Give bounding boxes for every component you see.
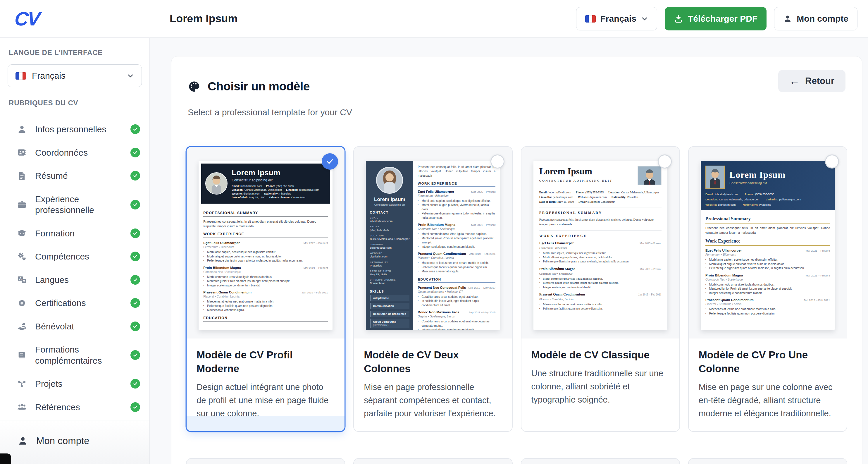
sidebar-item-resume[interactable]: Résumé <box>8 164 142 188</box>
contact-value: (555) 555-5555 <box>276 185 294 188</box>
sidebar-item-references[interactable]: Références <box>8 396 142 419</box>
template-card-classique[interactable]: Lorem Ipsum CONSECTETUR ADIPISCING ELIT … <box>521 146 680 432</box>
document-title: Lorem Ipsum <box>150 12 238 25</box>
completed-check-icon <box>130 228 140 238</box>
entry-date: Mar 2021 – Present <box>640 268 661 271</box>
bullet: Maecenas at lectus nec erat ornare matti… <box>417 261 495 265</box>
contact-value: lobortis@velit.com <box>370 219 409 223</box>
template-card-deux-colonnes[interactable]: Lorem Ipsum Consectetur adipiscing elit … <box>353 146 513 432</box>
entry-meta: Placerat • Curabitur, Lacinia <box>203 295 328 298</box>
bullet: Morbi aliquet augue pulvinar, viverra nu… <box>539 255 661 260</box>
work-entry: Proin Bibendum MagnaMar 2021 – Present C… <box>539 267 661 290</box>
template-card-row2-2[interactable] <box>353 458 513 464</box>
template-name: Modèle de CV Deux Colonnes <box>364 348 502 376</box>
bullet: Morbi aliquet augue pulvinar, viverra nu… <box>705 262 830 267</box>
skill-item: Résolution de problèmes <box>370 311 409 317</box>
completed-check-icon <box>130 379 140 389</box>
template-card-row2-1[interactable]: LOREM IPSUM <box>186 458 345 464</box>
panel-subtitle: Select a professional template for your … <box>188 107 845 117</box>
entry-date: Sep 2011 – May 2015 <box>468 311 495 314</box>
user-icon <box>783 14 792 23</box>
template-radio[interactable] <box>491 154 504 168</box>
sidebar-item-coordonnees[interactable]: Coordonnées <box>8 141 142 164</box>
template-card-row2-3[interactable] <box>521 458 680 464</box>
app-logo[interactable]: CV <box>14 8 40 30</box>
back-button[interactable]: ← Retour <box>778 70 845 92</box>
template-radio[interactable] <box>825 154 839 168</box>
summary-text: Praesent nec consequat felis. In sit ame… <box>417 165 495 178</box>
template-preview-pro-une-colonne: Lorem Ipsum Consectetur adipiscing elit … <box>689 147 847 339</box>
template-radio-checked-icon[interactable] <box>322 153 338 170</box>
contact-label: Location: <box>608 191 620 194</box>
template-card-pro-une-colonne[interactable]: Lorem Ipsum Consectetur adipiscing elit … <box>688 146 847 432</box>
entry-meta: Placerat • Curabitur, Lacinia <box>417 256 495 259</box>
contact-pair: Nationality:Phasellus <box>743 203 771 206</box>
work-entry: Praesent Quam CondimentumJan 2019 – Feb … <box>705 298 830 316</box>
contact-value: Phasellus <box>370 264 409 268</box>
education-entry: Donec Non Maximus ErosSep 2011 – May 201… <box>417 310 495 330</box>
contact-value: Phasellus <box>280 192 291 195</box>
section-title: WORK EXPERIENCE <box>417 182 495 187</box>
entry-meta: Sagittis • Scelerisque, Lacus <box>417 315 495 318</box>
contact-label: Website: <box>231 192 243 195</box>
top-bar: CV Lorem Ipsum Français Télécharger PDF … <box>0 0 868 38</box>
contact-pair: Location:Cursus Malesuada, Ullamcorper <box>608 191 659 194</box>
template-preview: LOREM IPSUM <box>187 459 344 464</box>
sidebar-item-benevolat[interactable]: Bénévolat <box>8 315 142 338</box>
work-entry: Eget Felis UllamcorperMar 2025 – Present… <box>417 190 495 220</box>
template-radio[interactable] <box>658 154 672 168</box>
contact-value: Cursus Malesuada, Ullamcorper <box>370 237 409 241</box>
entry-meta: Fermentum • Bibendum <box>705 253 830 256</box>
template-name: Modèle de CV Profil Moderne <box>196 348 335 376</box>
summary-text: Praesent nec consequat felis. In sit ame… <box>203 219 328 229</box>
template-card-profil-moderne[interactable]: Lorem Ipsum Consectetur adipiscing elit … <box>186 146 345 432</box>
sidebar-language-select[interactable]: Français <box>8 64 142 87</box>
user-icon <box>17 124 27 134</box>
sidebar: LANGUE DE L'INTERFACE Français RUBRIQUES… <box>0 37 150 464</box>
bullet: Morbi commodo urna vitae ligula rhoncus … <box>417 232 495 237</box>
sidebar-item-langues[interactable]: A Langues <box>8 268 142 292</box>
section-title: Professional Summary <box>705 216 830 223</box>
document-icon <box>17 171 27 181</box>
contact-label: Nationality: <box>743 203 758 206</box>
contact-label: Website: <box>578 195 589 199</box>
contact-value: Cursus Malesuada, Ullamcorper <box>621 191 659 194</box>
people-group-icon <box>17 402 27 412</box>
account-button[interactable]: Mon compte <box>774 7 858 30</box>
template-preview-classique: Lorem Ipsum CONSECTETUR ADIPISCING ELIT … <box>522 147 679 339</box>
contact-pair: Phone:(555) 555-5555 <box>266 185 294 188</box>
completed-check-icon <box>130 148 140 157</box>
sidebar-item-formation[interactable]: Formation <box>8 222 142 245</box>
sidebar-item-formations-complementaires[interactable]: Formations complémentaires <box>8 338 142 372</box>
contact-label: Phone: <box>745 192 754 196</box>
cv-name: Lorem Ipsum <box>730 170 785 180</box>
sidebar-item-label: Langues <box>35 274 69 285</box>
contact-label: Driver's License: <box>579 200 600 203</box>
entry-meta: Placerat • Curabitur, Lacinia <box>539 298 661 301</box>
sidebar-item-label: Coordonnées <box>35 147 88 158</box>
bullet: Integer scelerisque condimentum blandit. <box>203 283 328 288</box>
dev-overlay-chip[interactable] <box>0 454 11 464</box>
sidebar-item-infos-personnelles[interactable]: Infos personnelles <box>8 118 142 141</box>
template-card-row2-4[interactable]: Lorem Ipsum <box>688 458 847 464</box>
cv-contact-block: Email:lobortis@velit.com Phone:(555) 555… <box>705 192 830 206</box>
back-label: Retour <box>805 76 834 86</box>
contact-label: DRIVER'S LICENSE <box>370 279 409 281</box>
entry-title: Praesent Nec Consequat Felis <box>417 286 466 289</box>
sidebar-item-experience-professionnelle[interactable]: Expérience professionnelle <box>8 188 142 222</box>
sidebar-account-button[interactable]: Mon compte <box>0 420 150 464</box>
contact-card-icon <box>17 148 27 157</box>
header-language-select[interactable]: Français <box>576 7 657 30</box>
contact-pair: Email:lobortis@velit.com <box>231 185 262 188</box>
work-entry: Proin Bibendum MagnaMar 2021 – Present C… <box>203 266 328 288</box>
sidebar-item-competences[interactable]: Compétences <box>8 245 142 268</box>
entry-title: Praesent Quam Condimentum <box>705 298 754 302</box>
download-pdf-button[interactable]: Télécharger PDF <box>665 7 767 30</box>
skill-item: Communication <box>370 303 409 309</box>
contact-value: pellentesque.com <box>299 188 319 191</box>
completed-check-icon <box>130 321 140 331</box>
completed-check-icon <box>130 350 140 360</box>
sidebar-item-certifications[interactable]: Certifications <box>8 291 142 315</box>
template-description: Mise en page professionnelle séparant co… <box>364 381 502 420</box>
sidebar-item-projets[interactable]: Projets <box>8 372 142 396</box>
